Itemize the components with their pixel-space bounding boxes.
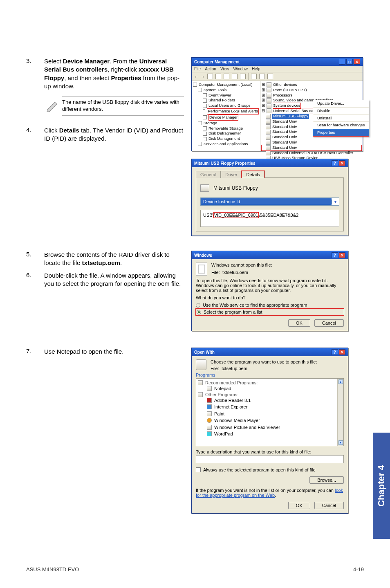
tree-item[interactable]: Shared Folders [208,98,235,103]
device-id-dropdown[interactable]: Device Instance Id ▾ [200,197,339,206]
toolbar-icon[interactable] [232,74,238,79]
description-label: Type a description that you want to use … [196,449,344,454]
ctx-properties[interactable]: Properties [313,129,369,136]
scroll-down-icon[interactable]: ▾ [338,440,343,445]
chevron-down-icon[interactable]: ▾ [332,200,339,204]
tree-item[interactable]: Standard Univ [272,119,297,124]
menu-window[interactable]: Window [233,67,248,71]
program-wpfv[interactable]: Windows Picture and Fax Viewer [198,424,342,431]
toolbar-icon[interactable] [267,74,273,79]
scroll-up-icon[interactable]: ▴ [338,379,343,384]
program-wordpad[interactable]: WordPad [198,431,342,438]
program-listbox[interactable]: Recommended Programs: Notepad Other Prog… [196,378,344,446]
menu-action[interactable]: Action [205,67,216,71]
nav-back-icon[interactable]: ← [194,74,198,79]
help-icon[interactable]: ? [332,252,338,258]
program-label: Notepad [214,385,231,392]
tree-item[interactable]: Performance Logs and Alerts [207,108,259,114]
usb-icon [266,135,271,140]
ok-button[interactable]: OK [288,319,310,327]
tree-item[interactable]: Processors [273,93,293,98]
toolbar-icon[interactable] [251,74,257,79]
tree-item-device-manager[interactable]: Device Manager [208,114,238,121]
wco-title: Windows [194,253,212,258]
ctx-uninstall[interactable]: Uninstall [313,115,369,122]
program-adobe[interactable]: Adobe Reader 8.1 [198,397,342,404]
program-label: Adobe Reader 8.1 [214,397,251,404]
toolbar-icon[interactable] [224,74,229,79]
tree-item[interactable]: Standard Univ [272,140,297,145]
footer-page: 4-19 [353,566,364,572]
menu-file[interactable]: File [194,67,201,71]
tree-item[interactable]: System Tools [204,88,226,93]
tree-icon [198,88,202,92]
tree-item[interactable]: Standard Univ [272,145,297,150]
cm-left-tree[interactable]: Computer Management (Local) System Tools… [192,81,260,151]
tree-item[interactable]: System devices [273,103,300,108]
tree-item[interactable]: Event Viewer [208,93,231,98]
ow-choose: Choose the program you want to use to op… [211,359,317,364]
tree-item[interactable]: Standard Universal PCI to USB Host Contr… [272,150,353,156]
scrollbar[interactable]: ▴ ▾ [337,379,343,446]
tree-item[interactable]: Standard Univ [272,135,297,140]
always-use-checkbox[interactable]: Always use the selected program to open … [196,467,344,472]
menu-help[interactable]: Help [252,67,260,71]
cancel-button[interactable]: Cancel [314,502,344,509]
tree-item[interactable]: Computer Management (Local) [199,82,252,88]
ctx-update[interactable]: Update Driver... [313,100,369,108]
close-icon[interactable]: × [339,252,345,258]
maximize-icon[interactable]: □ [346,59,353,65]
radio-use-web[interactable]: Use the Web service to find the appropri… [196,303,344,307]
browse-button[interactable]: Browse... [309,476,344,484]
footer-product: ASUS M4N98TD EVO [26,566,79,572]
tab-details[interactable]: Details [242,171,264,178]
ok-button[interactable]: OK [288,502,310,509]
close-icon[interactable]: × [339,349,345,355]
toolbar-icon[interactable] [207,74,213,79]
program-paint[interactable]: Paint [198,411,342,417]
ie-icon [207,404,212,409]
program-notepad[interactable]: Notepad [198,385,342,392]
tree-item-mitsumi[interactable]: Mitsumi USB Floppy [272,114,309,119]
tab-general[interactable]: General [196,171,221,178]
toolbar-icon[interactable] [259,74,265,79]
program-wmp[interactable]: Windows Media Player [198,417,342,424]
program-label: Internet Explorer [214,404,247,411]
ctx-scan[interactable]: Scan for hardware changes [313,122,369,129]
description-input[interactable] [196,455,344,463]
menu-view[interactable]: View [220,67,229,71]
ctx-disable[interactable]: Disable [313,108,369,115]
cm-right-tree[interactable]: ⊞Other devices ⊞Ports (COM & LPT) ⊞Proce… [260,81,363,151]
tree-item[interactable]: Other devices [273,82,297,88]
toolbar-icon[interactable] [215,74,221,79]
nav-fwd-icon[interactable]: → [201,74,205,79]
tab-driver[interactable]: Driver [221,171,242,178]
program-ie[interactable]: Internet Explorer [198,404,342,411]
usb-icon [266,150,271,155]
step-7-number: 7. [26,348,44,356]
tree-item[interactable]: Local Users and Groups [208,103,250,108]
help-icon[interactable]: ? [332,349,338,355]
help-icon[interactable]: ? [332,160,338,166]
windows-cannot-open-dialog: Windows ?× Windows cannot open this file… [191,251,348,331]
tree-item[interactable]: Removable Storage [208,126,243,131]
tree-icon [203,99,207,103]
tree-item[interactable]: Disk Management [208,136,240,141]
close-icon[interactable]: × [339,160,345,166]
usb-icon [266,145,271,150]
toolbar-icon[interactable] [240,74,246,79]
file-name: txtsetup.oem [222,270,248,275]
tree-item[interactable]: Storage [204,121,217,126]
cm-title: Computer Management [194,60,240,64]
tree-item[interactable]: Standard Univ [272,124,297,130]
tree-item[interactable]: Services and Applications [204,141,248,147]
minimize-icon[interactable]: _ [339,59,345,65]
step-4-number: 4. [26,126,44,143]
usb-icon [266,130,271,135]
tree-item[interactable]: Ports (COM & LPT) [273,88,307,93]
tree-item[interactable]: Standard Univ [272,129,297,135]
cancel-button[interactable]: Cancel [314,319,344,327]
close-icon[interactable]: × [354,59,360,65]
tree-item[interactable]: Disk Defragmenter [208,131,241,136]
radio-select-from-list[interactable]: Select the program from a list [196,309,344,315]
